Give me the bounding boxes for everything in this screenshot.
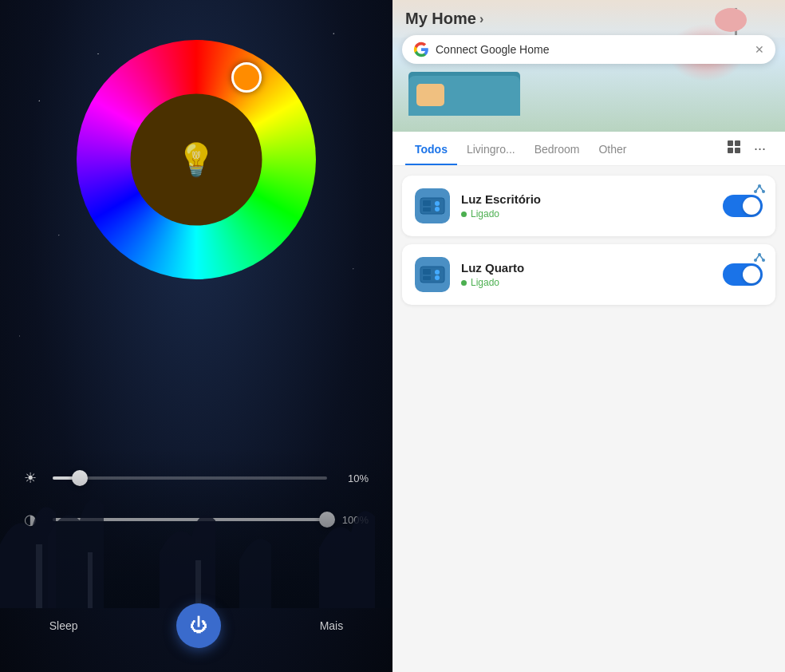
mais-label[interactable]: Mais (320, 619, 344, 632)
trees-silhouette (0, 449, 392, 608)
svg-rect-3 (728, 140, 733, 146)
share-icon-1[interactable] (753, 184, 766, 199)
home-title-bar: My Home › (392, 0, 785, 38)
home-title-text: My Home (405, 10, 476, 28)
power-button[interactable]: ⏻ (176, 603, 221, 648)
connect-text: Connect Google Home (436, 43, 748, 56)
status-text-1: Ligado (471, 208, 499, 219)
svg-rect-1 (88, 552, 93, 608)
color-wheel-center: 💡 (131, 94, 262, 226)
device-info-2: Luz Quarto Ligado (461, 261, 723, 288)
tab-todos-label: Todos (415, 143, 448, 156)
devices-list: Luz Escritório Ligado (392, 166, 785, 672)
device-card-luz-quarto[interactable]: Luz Quarto Ligado (402, 244, 775, 305)
device-icon-box-1 (415, 188, 450, 223)
svg-point-11 (435, 207, 440, 211)
svg-rect-18 (423, 269, 431, 275)
svg-line-15 (755, 186, 759, 192)
color-wheel[interactable]: 💡 (77, 40, 316, 279)
pillow (416, 84, 444, 106)
tab-todos[interactable]: Todos (405, 132, 457, 165)
svg-rect-8 (423, 200, 431, 206)
tab-other-label: Other (598, 143, 626, 156)
svg-rect-5 (728, 148, 733, 153)
right-panel: My Home › Connect Google Home ✕ Todos Li… (392, 0, 785, 672)
connect-close-icon[interactable]: ✕ (755, 43, 764, 56)
svg-line-26 (759, 255, 763, 260)
tab-other[interactable]: Other (589, 132, 636, 165)
toggle-thumb-1 (743, 197, 760, 215)
tab-livingroom-label: Livingro... (467, 143, 515, 156)
home-chevron-icon: › (479, 12, 483, 26)
connect-google-home-banner[interactable]: Connect Google Home ✕ (402, 35, 775, 64)
svg-point-21 (435, 275, 440, 280)
device-icon-2 (420, 266, 445, 283)
svg-rect-4 (735, 140, 740, 146)
sleep-label[interactable]: Sleep (49, 619, 78, 632)
device-name-1: Luz Escritório (461, 192, 723, 206)
status-dot-1 (461, 211, 467, 217)
color-selector[interactable] (231, 62, 262, 93)
share-icon-2[interactable] (753, 252, 766, 267)
power-icon: ⏻ (190, 615, 207, 636)
more-options-icon[interactable]: ··· (748, 134, 772, 164)
svg-rect-19 (423, 276, 431, 280)
device-name-2: Luz Quarto (461, 261, 723, 275)
svg-rect-2 (195, 560, 201, 608)
svg-rect-6 (735, 148, 740, 153)
svg-line-16 (759, 186, 763, 192)
tab-bedroom-label: Bedroom (535, 143, 580, 156)
home-title[interactable]: My Home › (405, 10, 772, 28)
grid-view-icon[interactable] (720, 133, 748, 164)
svg-point-10 (435, 201, 440, 206)
google-icon (413, 42, 429, 57)
bottom-bar: Sleep ⏻ Mais (0, 603, 392, 648)
tab-bedroom[interactable]: Bedroom (525, 132, 590, 165)
device-info-1: Luz Escritório Ligado (461, 192, 723, 219)
color-wheel-container[interactable]: 💡 (77, 40, 316, 279)
tabs-bar: Todos Livingro... Bedroom Other ··· (392, 132, 785, 166)
tab-livingroom[interactable]: Livingro... (457, 132, 525, 165)
device-status-1: Ligado (461, 208, 723, 219)
svg-point-20 (435, 270, 440, 275)
status-text-2: Ligado (471, 277, 499, 288)
device-icon-box-2 (415, 257, 450, 292)
svg-line-25 (755, 255, 759, 260)
bulb-icon: 💡 (176, 141, 216, 179)
device-status-2: Ligado (461, 277, 723, 288)
room-image-header: My Home › Connect Google Home ✕ (392, 0, 785, 132)
status-dot-2 (461, 280, 467, 286)
svg-rect-0 (36, 544, 42, 608)
toggle-thumb-2 (743, 266, 760, 283)
left-panel: 💡 ☀ 10% ◑ 100% (0, 0, 392, 672)
device-card-luz-escritorio[interactable]: Luz Escritório Ligado (402, 176, 775, 236)
device-icon-1 (420, 197, 445, 215)
svg-rect-9 (423, 208, 431, 211)
